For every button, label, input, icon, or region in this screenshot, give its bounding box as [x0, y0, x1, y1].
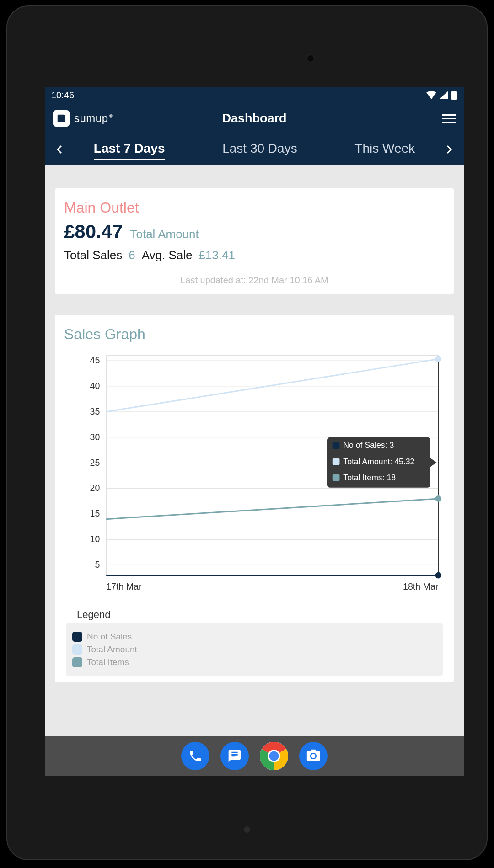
app-bar: sumup ® Dashboard [45, 103, 464, 133]
avg-sale-value: £13.41 [199, 248, 235, 262]
chevron-left-icon[interactable] [54, 144, 65, 155]
chart-card: Sales Graph 5101520253035404517th Mar18t… [55, 315, 454, 682]
summary-card: Main Outlet £80.47 Total Amount Total Sa… [55, 188, 454, 294]
svg-rect-33 [333, 458, 340, 465]
legend-item-sales: No of Sales [72, 632, 436, 642]
svg-rect-1 [453, 91, 456, 91]
tab-this-week[interactable]: This Week [354, 138, 415, 160]
legend-label: Total Items [87, 657, 129, 667]
system-dock [45, 736, 464, 776]
svg-text:5: 5 [95, 559, 100, 570]
svg-point-27 [435, 356, 442, 362]
svg-text:35: 35 [90, 406, 100, 416]
legend-item-amount: Total Amount [72, 644, 436, 655]
tablet-home-indicator [244, 826, 250, 833]
battery-icon [451, 91, 457, 100]
last-updated: Last updated at: 22nd Mar 10:16 AM [64, 275, 445, 286]
svg-rect-31 [333, 442, 340, 449]
svg-text:10: 10 [90, 534, 100, 544]
svg-point-39 [269, 751, 279, 761]
svg-point-25 [435, 572, 442, 579]
chevron-right-icon[interactable] [444, 144, 455, 155]
svg-rect-35 [333, 474, 340, 481]
svg-text:25: 25 [90, 458, 100, 468]
page-title: Dashboard [222, 112, 286, 126]
legend-swatch [72, 657, 82, 667]
total-sales-value: 6 [129, 248, 135, 262]
svg-point-29 [435, 495, 442, 502]
tab-last-7-days[interactable]: Last 7 Days [94, 138, 165, 160]
date-range-tabs: Last 7 Days Last 30 Days This Week [45, 133, 464, 165]
svg-text:Total Amount: 45.32: Total Amount: 45.32 [343, 457, 414, 466]
svg-rect-0 [451, 91, 457, 100]
legend-item-items: Total Items [72, 657, 436, 667]
total-sales-label: Total Sales [64, 248, 122, 262]
messages-app-icon[interactable] [220, 742, 249, 770]
svg-line-26 [106, 359, 438, 411]
legend: No of Sales Total Amount Total Items [66, 623, 443, 676]
tablet-camera [306, 54, 315, 63]
svg-text:40: 40 [90, 381, 100, 391]
svg-line-28 [106, 499, 438, 519]
brand-text: sumup [74, 112, 108, 125]
svg-text:30: 30 [90, 432, 100, 442]
wifi-icon [426, 91, 436, 99]
svg-text:18th Mar: 18th Mar [403, 581, 439, 591]
menu-icon[interactable] [442, 114, 456, 123]
legend-title: Legend [77, 609, 447, 621]
status-icons [426, 91, 457, 100]
content: Main Outlet £80.47 Total Amount Total Sa… [45, 165, 464, 682]
svg-text:Total Items: 18: Total Items: 18 [343, 473, 396, 482]
chrome-app-icon[interactable] [260, 742, 288, 770]
tablet-frame: 10:46 sumup ® Dashboard Last 7 Days Last… [6, 5, 488, 860]
svg-text:45: 45 [90, 355, 100, 365]
status-time: 10:46 [51, 90, 74, 101]
svg-text:15: 15 [90, 508, 100, 518]
brand-logo[interactable] [53, 110, 70, 127]
total-amount-value: £80.47 [64, 221, 123, 243]
tab-last-30-days[interactable]: Last 30 Days [222, 138, 297, 160]
camera-app-icon[interactable] [299, 742, 328, 770]
screen: 10:46 sumup ® Dashboard Last 7 Days Last… [45, 87, 464, 776]
legend-swatch [72, 644, 82, 655]
status-bar: 10:46 [45, 87, 464, 103]
svg-text:No of Sales: 3: No of Sales: 3 [343, 441, 394, 450]
svg-text:17th Mar: 17th Mar [106, 581, 142, 591]
avg-sale-label: Avg. Sale [142, 248, 193, 262]
legend-swatch [72, 632, 82, 642]
outlet-name: Main Outlet [64, 199, 445, 216]
total-amount-label: Total Amount [130, 227, 199, 241]
sales-chart[interactable]: 5101520253035404517th Mar18th MarNo of S… [61, 351, 447, 602]
chart-svg: 5101520253035404517th Mar18th MarNo of S… [61, 351, 447, 602]
phone-app-icon[interactable] [181, 742, 209, 770]
svg-text:20: 20 [90, 483, 100, 493]
signal-icon [439, 91, 448, 99]
chart-title: Sales Graph [61, 326, 447, 343]
legend-label: No of Sales [87, 632, 132, 642]
legend-label: Total Amount [87, 644, 137, 655]
